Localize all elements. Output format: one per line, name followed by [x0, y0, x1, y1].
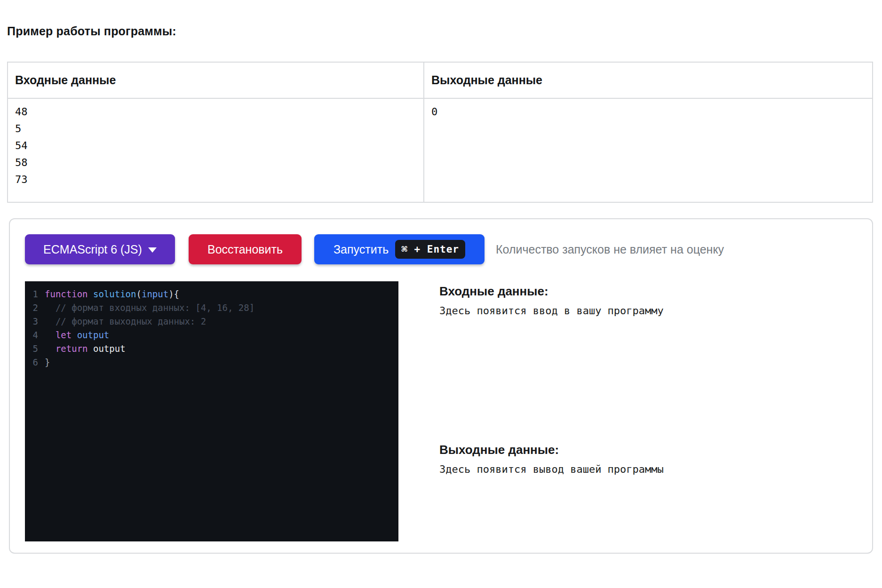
code-line: 3 // формат выходных данных: 2	[25, 315, 398, 328]
language-dropdown-button[interactable]: ECMAScript 6 (JS)	[25, 234, 175, 264]
run-code-button[interactable]: Запустить ⌘ + Enter	[314, 234, 485, 264]
table-header-row: Входные данные Выходные данные	[8, 62, 873, 98]
output-value-line: 0	[431, 103, 872, 120]
sample-io-table: Входные данные Выходные данные 485545873…	[7, 62, 873, 203]
line-number: 5	[25, 342, 38, 356]
io-column: Входные данные: Здесь появится ввод в ва…	[439, 281, 664, 541]
toolbar: ECMAScript 6 (JS) Восстановить Запустить…	[25, 234, 857, 264]
runs-note-text: Количество запусков не влияет на оценку	[496, 243, 724, 256]
line-number: 2	[25, 301, 38, 315]
code-text: // формат входных данных: [4, 16, 28]	[45, 301, 254, 315]
code-text: function solution(input){	[45, 287, 179, 301]
table-data-row: 485545873 0	[8, 98, 873, 202]
code-text: // формат выходных данных: 2	[45, 315, 206, 328]
code-line: 4 let output	[25, 328, 398, 342]
reset-code-button[interactable]: Восстановить	[189, 234, 302, 264]
line-number: 6	[25, 356, 38, 369]
code-line: 5 return output	[25, 342, 398, 356]
reset-code-label: Восстановить	[207, 243, 283, 256]
code-runner-panel: ECMAScript 6 (JS) Восстановить Запустить…	[9, 218, 873, 554]
code-text: }	[45, 356, 50, 369]
line-number: 3	[25, 315, 38, 328]
io-input-label: Входные данные:	[439, 284, 664, 299]
language-dropdown-label: ECMAScript 6 (JS)	[43, 243, 142, 256]
output-data-cell: 0	[424, 98, 873, 202]
page-title: Пример работы программы:	[7, 24, 882, 38]
io-input-placeholder: Здесь появится ввод в вашу программу	[439, 305, 664, 317]
input-value-line: 58	[15, 154, 423, 171]
output-column-header: Выходные данные	[424, 62, 873, 98]
line-number: 4	[25, 328, 38, 342]
code-text: let output	[45, 328, 109, 342]
io-output-placeholder: Здесь появится вывод вашей программы	[439, 463, 664, 475]
editor-and-io-row: 1function solution(input){2 // формат вх…	[25, 281, 857, 541]
code-text: return output	[45, 342, 126, 356]
input-value-line: 5	[15, 120, 423, 137]
code-line: 1function solution(input){	[25, 287, 398, 301]
io-output-label: Выходные данные:	[439, 443, 664, 457]
code-editor[interactable]: 1function solution(input){2 // формат вх…	[25, 281, 398, 541]
input-data-cell: 485545873	[8, 98, 424, 202]
code-line: 6}	[25, 356, 398, 369]
input-column-header: Входные данные	[8, 62, 424, 98]
input-value-line: 54	[15, 137, 423, 154]
code-line: 2 // формат входных данных: [4, 16, 28]	[25, 301, 398, 315]
input-value-line: 48	[15, 103, 423, 120]
keyboard-shortcut-badge: ⌘ + Enter	[395, 240, 465, 259]
chevron-down-icon	[148, 247, 157, 253]
io-output-section: Выходные данные: Здесь появится вывод ва…	[439, 443, 664, 475]
input-value-line: 73	[15, 171, 423, 188]
run-code-label: Запустить	[334, 243, 389, 256]
line-number: 1	[25, 287, 38, 301]
io-input-section: Входные данные: Здесь появится ввод в ва…	[439, 284, 664, 317]
